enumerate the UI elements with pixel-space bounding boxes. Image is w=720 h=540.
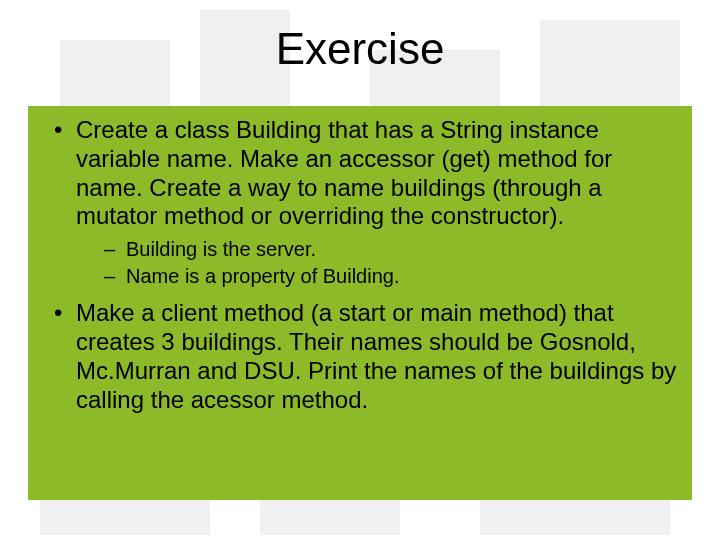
sub-bullet-1: Building is the server. [76,237,678,262]
bullet-item-2: Make a client method (a start or main me… [48,299,678,414]
sub-bullet-2: Name is a property of Building. [76,264,678,289]
slide-title: Exercise [0,24,720,74]
slide: Exercise Create a class Building that ha… [0,0,720,540]
bullet-item-1-text: Create a class Building that has a Strin… [76,116,612,229]
bullet-item-1: Create a class Building that has a Strin… [48,116,678,289]
slide-body: Create a class Building that has a Strin… [48,116,678,424]
sub-bullet-list: Building is the server. Name is a proper… [76,237,678,289]
bullet-list: Create a class Building that has a Strin… [48,116,678,414]
